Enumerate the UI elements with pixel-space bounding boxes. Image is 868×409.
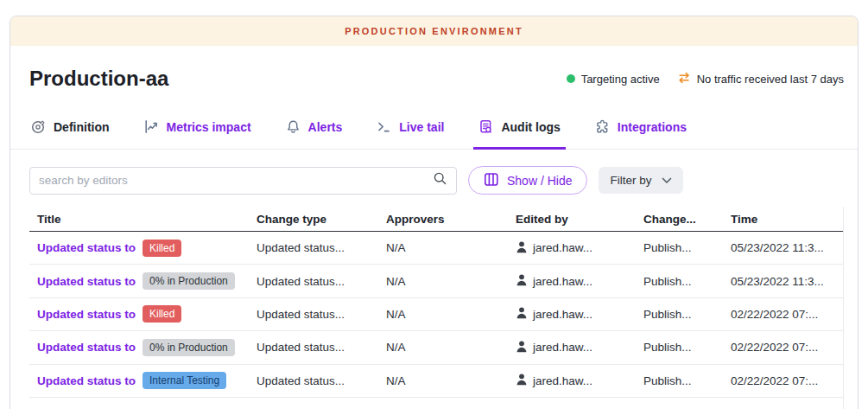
bell-icon bbox=[286, 119, 301, 134]
change-cell: Publish... bbox=[643, 241, 731, 254]
title-cell: Updated status to Internal Testing bbox=[29, 372, 257, 389]
tab-integrations[interactable]: Integrations bbox=[593, 105, 688, 149]
status-badge: Killed bbox=[143, 240, 181, 257]
column-header-time: Time bbox=[731, 213, 843, 226]
edited-by-cell: jared.haw... bbox=[516, 240, 643, 256]
column-header-approvers: Approvers bbox=[386, 213, 516, 226]
tab-label: Integrations bbox=[618, 120, 687, 134]
tab-label: Definition bbox=[54, 120, 110, 134]
edited-by-cell: jared.haw... bbox=[516, 273, 643, 289]
title-cell: Updated status to Killed bbox=[29, 240, 257, 257]
column-header-title: Title bbox=[29, 213, 257, 226]
puzzle-icon bbox=[595, 119, 610, 134]
table-row[interactable]: Updated status to 0% in Production Updat… bbox=[29, 265, 843, 297]
table-row[interactable]: Updated status to 0% in Production Updat… bbox=[29, 331, 843, 364]
search-input[interactable] bbox=[39, 174, 433, 187]
time-cell: 02/22/2022 07:... bbox=[731, 308, 843, 321]
traffic-arrows-icon bbox=[677, 71, 691, 87]
filter-by-label: Filter by bbox=[610, 174, 651, 187]
flag-header: Production-aa Targeting active No traffi… bbox=[10, 46, 858, 105]
title-link[interactable]: Updated status to bbox=[37, 275, 136, 288]
toolbar: Show / Hide Filter by bbox=[10, 150, 858, 207]
show-hide-button[interactable]: Show / Hide bbox=[468, 166, 587, 195]
approvers-cell: N/A bbox=[386, 341, 516, 354]
table-row[interactable]: Updated status to Internal Testing Updat… bbox=[29, 365, 843, 398]
status-badge: Killed bbox=[143, 305, 181, 323]
page-title: Production-aa bbox=[29, 67, 168, 91]
banner-label: PRODUCTION ENVIRONMENT bbox=[345, 26, 523, 36]
tab-label: Audit logs bbox=[501, 120, 560, 134]
gauge-icon bbox=[31, 119, 46, 134]
approvers-cell: N/A bbox=[386, 275, 516, 288]
title-cell: Updated status to 0% in Production bbox=[29, 339, 257, 356]
search-box bbox=[29, 167, 457, 195]
green-dot-icon bbox=[567, 74, 575, 83]
time-cell: 05/23/2022 11:3... bbox=[731, 241, 843, 254]
tab-alerts[interactable]: Alerts bbox=[284, 105, 345, 149]
status-group: Targeting active No traffic received las… bbox=[567, 71, 844, 87]
change-type-cell: Updated status... bbox=[257, 308, 386, 321]
change-cell: Publish... bbox=[643, 374, 731, 387]
approvers-cell: N/A bbox=[386, 374, 516, 387]
change-type-cell: Updated status... bbox=[257, 374, 386, 387]
search-icon bbox=[433, 171, 447, 189]
status-badge: 0% in Production bbox=[143, 339, 235, 356]
time-cell: 02/22/2022 07:... bbox=[731, 341, 843, 354]
status-badge: Internal Testing bbox=[143, 372, 226, 389]
edited-by-cell: jared.haw... bbox=[516, 306, 643, 322]
line-chart-icon bbox=[144, 119, 159, 134]
tab-live-tail[interactable]: Live tail bbox=[375, 105, 446, 149]
approvers-cell: N/A bbox=[386, 241, 516, 254]
tab-label: Live tail bbox=[399, 120, 444, 134]
tab-metrics-impact[interactable]: Metrics impact bbox=[143, 105, 253, 149]
title-link[interactable]: Updated status to bbox=[37, 341, 136, 354]
edited-by-name: jared.haw... bbox=[533, 341, 592, 354]
edited-by-name: jared.haw... bbox=[533, 308, 592, 321]
environment-card: PRODUCTION ENVIRONMENT Production-aa Tar… bbox=[10, 16, 858, 409]
user-icon bbox=[516, 306, 528, 322]
audit-log-table: Title Change type Approvers Edited by Ch… bbox=[29, 207, 844, 409]
column-header-change-type: Change type bbox=[257, 213, 386, 226]
tab-definition[interactable]: Definition bbox=[29, 105, 111, 149]
user-icon bbox=[516, 340, 528, 355]
time-cell: 05/23/2022 11:3... bbox=[731, 275, 843, 288]
tab-label: Metrics impact bbox=[167, 120, 251, 134]
edited-by-cell: jared.haw... bbox=[516, 340, 643, 355]
targeting-status-label: Targeting active bbox=[581, 73, 660, 86]
traffic-status: No traffic received last 7 days bbox=[677, 71, 844, 87]
column-header-change: Change... bbox=[643, 213, 731, 226]
change-cell: Publish... bbox=[643, 308, 731, 321]
tab-bar: Definition Metrics impact Alerts bbox=[10, 105, 858, 150]
table-row[interactable]: Updated status to Killed Updated status.… bbox=[29, 298, 843, 331]
time-cell: 02/22/2022 07:... bbox=[731, 374, 843, 387]
title-link[interactable]: Updated status to bbox=[37, 241, 136, 254]
columns-icon bbox=[484, 172, 499, 189]
table-header-row: Title Change type Approvers Edited by Ch… bbox=[29, 207, 843, 232]
terminal-icon bbox=[377, 119, 391, 134]
title-link[interactable]: Updated status to bbox=[37, 374, 136, 387]
change-type-cell: Updated status... bbox=[257, 341, 386, 354]
column-header-edited-by: Edited by bbox=[516, 213, 643, 226]
title-cell: Updated status to 0% in Production bbox=[29, 272, 257, 290]
tab-audit-logs[interactable]: Audit logs bbox=[477, 105, 561, 149]
tab-label: Alerts bbox=[308, 120, 343, 134]
table-body: Updated status to Killed Updated status.… bbox=[29, 232, 843, 398]
table-row[interactable]: Updated status to Killed Updated status.… bbox=[29, 232, 843, 265]
change-cell: Publish... bbox=[643, 275, 731, 288]
change-type-cell: Updated status... bbox=[257, 275, 386, 288]
status-badge: 0% in Production bbox=[143, 272, 235, 290]
edited-by-name: jared.haw... bbox=[533, 241, 592, 254]
chevron-down-icon bbox=[662, 174, 672, 187]
edited-by-name: jared.haw... bbox=[533, 374, 592, 387]
change-cell: Publish... bbox=[643, 341, 731, 354]
edited-by-cell: jared.haw... bbox=[516, 373, 643, 388]
approvers-cell: N/A bbox=[386, 308, 516, 321]
production-environment-banner: PRODUCTION ENVIRONMENT bbox=[10, 16, 858, 46]
traffic-status-label: No traffic received last 7 days bbox=[697, 73, 844, 86]
filter-by-button[interactable]: Filter by bbox=[599, 167, 682, 194]
title-link[interactable]: Updated status to bbox=[37, 308, 136, 321]
user-icon bbox=[516, 373, 528, 388]
edited-by-name: jared.haw... bbox=[533, 275, 592, 288]
user-icon bbox=[516, 273, 528, 289]
title-cell: Updated status to Killed bbox=[29, 305, 257, 323]
